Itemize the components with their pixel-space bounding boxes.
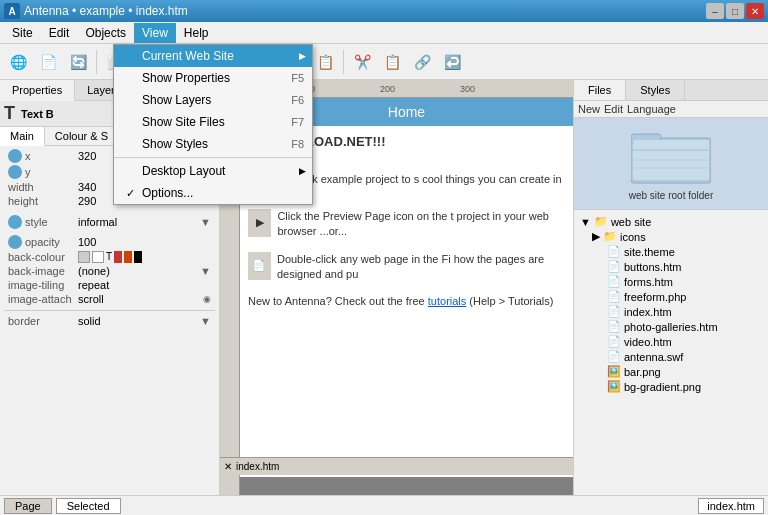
toolbar-btn-2[interactable]: 📄 xyxy=(34,48,62,76)
border-dropdown[interactable]: ▼ xyxy=(200,315,211,327)
page-tab-page[interactable]: Page xyxy=(4,498,52,514)
prop-border: border solid ▼ xyxy=(4,314,215,328)
page-tab-label: index.htm xyxy=(236,461,279,472)
file-tab-index[interactable]: index.htm xyxy=(698,498,764,514)
prop-style: style informal ▼ xyxy=(4,214,215,230)
colour-swatch-white[interactable] xyxy=(92,251,104,263)
page-tab-selected[interactable]: Selected xyxy=(56,498,121,514)
subfolder-icon: 📁 xyxy=(603,230,617,243)
dropdown-show-site-files[interactable]: Show Site Files F7 xyxy=(114,111,312,133)
menu-help[interactable]: Help xyxy=(176,23,217,43)
file-item-bar[interactable]: 🖼️ bar.png xyxy=(590,364,764,379)
dropdown-show-styles[interactable]: Show Styles F8 xyxy=(114,133,312,155)
prop-back-image: back-image (none) ▼ xyxy=(4,264,215,278)
file-name-photo: photo-galleries.htm xyxy=(624,321,718,333)
dropdown-options[interactable]: ✓ Options... xyxy=(114,182,312,204)
file-item-forms[interactable]: 📄 forms.htm xyxy=(590,274,764,289)
toolbar-btn-1[interactable]: 🌐 xyxy=(4,48,32,76)
dropdown-separator xyxy=(114,157,312,158)
bold-T-icon: T xyxy=(106,251,112,263)
dropdown-show-layers[interactable]: Show Layers F6 xyxy=(114,89,312,111)
file-item-photo-galleries[interactable]: 📄 photo-galleries.htm xyxy=(590,319,764,334)
file-icon-photo: 📄 xyxy=(607,320,621,333)
folder-icon-large xyxy=(631,126,711,186)
dropdown-desktop-layout[interactable]: Desktop Layout xyxy=(114,160,312,182)
page-para-4: New to Antenna? Check out the free tutor… xyxy=(248,294,565,309)
action-language[interactable]: Language xyxy=(627,103,676,115)
dropdown-current-web-site[interactable]: Current Web Site xyxy=(114,45,312,67)
file-name-buttons: buttons.htm xyxy=(624,261,681,273)
tab-files[interactable]: Files xyxy=(574,80,626,100)
tree-children: ▶ 📁 icons 📄 site.theme 📄 buttons.htm 📄 xyxy=(578,229,764,394)
tab-styles[interactable]: Styles xyxy=(626,80,685,100)
dropdown-show-properties[interactable]: Show Properties F5 xyxy=(114,67,312,89)
sub-tab-main[interactable]: Main xyxy=(0,127,45,146)
minimize-button[interactable]: – xyxy=(706,3,724,19)
file-item-video[interactable]: 📄 video.htm xyxy=(590,334,764,349)
action-edit[interactable]: Edit xyxy=(604,103,623,115)
file-name-bg: bg-gradient.png xyxy=(624,381,701,393)
toolbar-btn-3[interactable]: 🔄 xyxy=(64,48,92,76)
file-name-swf: antenna.swf xyxy=(624,351,683,363)
page-icon-2: 📄 xyxy=(248,252,271,280)
prop-opacity: opacity 100 xyxy=(4,234,215,250)
file-tree: ▼ 📁 web site ▶ 📁 icons 📄 site.theme 📄 xyxy=(574,210,768,495)
file-icon-buttons: 📄 xyxy=(607,260,621,273)
colour-swatch-red[interactable] xyxy=(114,251,122,263)
colour-swatch-orange[interactable] xyxy=(124,251,132,263)
view-dropdown-menu: Current Web Site Show Properties F5 Show… xyxy=(113,44,313,205)
title-bar-text: Antenna • example • index.htm xyxy=(24,4,188,18)
style-dropdown-icon[interactable]: ▼ xyxy=(200,216,211,228)
folder-preview: web site root folder xyxy=(574,118,768,210)
file-item-freeform[interactable]: 📄 freeform.php xyxy=(590,289,764,304)
prop-image-attach: image-attach scroll ◉ xyxy=(4,292,215,306)
root-folder-label: web site xyxy=(611,216,651,228)
toolbar-separator-2 xyxy=(343,50,344,74)
toolbar-btn-15[interactable]: ↩️ xyxy=(438,48,466,76)
prop-image-tiling: image-tiling repeat xyxy=(4,278,215,292)
toolbar-btn-14[interactable]: 🔗 xyxy=(408,48,436,76)
file-tree-root[interactable]: ▼ 📁 web site xyxy=(578,214,764,229)
folder-label: web site root folder xyxy=(629,190,714,201)
menu-site[interactable]: Site xyxy=(4,23,41,43)
page-para-3: Double-click any web page in the Fi how … xyxy=(277,252,565,283)
image-attach-icon[interactable]: ◉ xyxy=(203,294,211,304)
folder-icon: 📁 xyxy=(594,215,608,228)
toolbar-btn-11[interactable]: 📋 xyxy=(311,48,339,76)
page-icon-1: ▶ xyxy=(248,209,271,237)
file-icon-index: 📄 xyxy=(607,305,621,318)
menu-bar: Site Edit Objects View Help xyxy=(0,22,768,44)
file-item-index[interactable]: 📄 index.htm xyxy=(590,304,764,319)
window-controls: – □ ✕ xyxy=(706,3,764,19)
page-para-2: Click the Preview Page icon on the t pro… xyxy=(277,209,565,240)
file-name-bar: bar.png xyxy=(624,366,661,378)
colour-swatch-black[interactable] xyxy=(134,251,142,263)
back-image-dropdown[interactable]: ▼ xyxy=(200,265,211,277)
maximize-button[interactable]: □ xyxy=(726,3,744,19)
close-icon[interactable]: ✕ xyxy=(224,461,232,472)
menu-edit[interactable]: Edit xyxy=(41,23,78,43)
close-button[interactable]: ✕ xyxy=(746,3,764,19)
file-item-buttons[interactable]: 📄 buttons.htm xyxy=(590,259,764,274)
tutorials-link[interactable]: tutorials xyxy=(428,295,467,307)
file-item-site-theme[interactable]: 📄 site.theme xyxy=(590,244,764,259)
menu-objects[interactable]: Objects xyxy=(77,23,134,43)
text-icon: T xyxy=(4,103,15,124)
toolbar-btn-12[interactable]: ✂️ xyxy=(348,48,376,76)
file-item-bg-gradient[interactable]: 🖼️ bg-gradient.png xyxy=(590,379,764,394)
file-name-icons: icons xyxy=(620,231,646,243)
sub-tab-colour[interactable]: Colour & S xyxy=(45,127,119,145)
action-new[interactable]: New xyxy=(578,103,600,115)
file-name-index: index.htm xyxy=(624,306,672,318)
tab-properties[interactable]: Properties xyxy=(0,80,75,101)
toolbar-btn-13[interactable]: 📋 xyxy=(378,48,406,76)
file-name-site-theme: site.theme xyxy=(624,246,675,258)
file-item-antenna-swf[interactable]: 📄 antenna.swf xyxy=(590,349,764,364)
bottom-scrollbar[interactable]: ✕ index.htm xyxy=(220,457,573,475)
file-icon-freeform: 📄 xyxy=(607,290,621,303)
colour-swatch-grey[interactable] xyxy=(78,251,90,263)
file-name-freeform: freeform.php xyxy=(624,291,686,303)
prop-back-colour: back-colour T xyxy=(4,250,215,264)
menu-view[interactable]: View xyxy=(134,23,176,43)
file-item-icons[interactable]: ▶ 📁 icons xyxy=(590,229,764,244)
